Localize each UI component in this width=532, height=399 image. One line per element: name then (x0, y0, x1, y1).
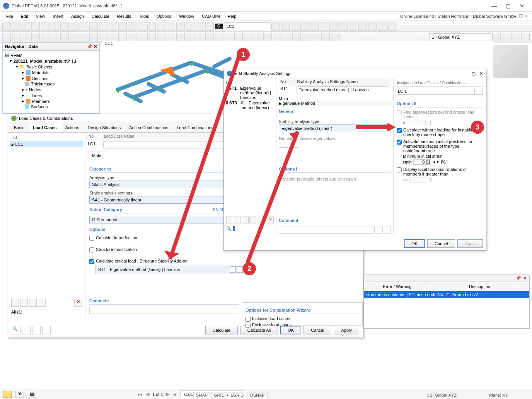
tb-icon[interactable] (244, 33, 252, 41)
tb-icon[interactable] (70, 33, 78, 41)
lgrid-toggle[interactable]: LGRID (228, 392, 246, 398)
eye-icon[interactable]: 👁 (15, 391, 24, 398)
menu-options[interactable]: Options (153, 12, 175, 20)
tb-icon[interactable] (387, 22, 396, 31)
pager-next-icon[interactable]: ▶ (165, 392, 171, 397)
menu-edit[interactable]: Edit (17, 12, 32, 20)
tb-icon[interactable] (312, 33, 320, 41)
tb-new-icon[interactable] (2, 22, 11, 31)
tb-icon[interactable] (89, 33, 98, 41)
window-maximize-icon[interactable]: ▢ (501, 1, 515, 10)
tb-icon[interactable] (138, 33, 146, 41)
sta-tab-eigen[interactable]: Eigenvalue Method (279, 101, 391, 106)
status-icon[interactable] (3, 391, 12, 398)
tree-file[interactable]: 220121_Model_unstable.rf6* | 1 (14, 59, 77, 63)
tb-icon[interactable] (234, 33, 243, 41)
tb-undo-icon[interactable] (51, 22, 59, 31)
tb-icon[interactable] (512, 33, 520, 41)
tb-prev-icon[interactable] (271, 22, 280, 31)
list-delete-button[interactable]: ✕ (74, 299, 82, 307)
tree-item[interactable]: Nodes (29, 87, 41, 92)
tb-icon[interactable] (320, 22, 328, 31)
grid-toggle[interactable]: GRID (211, 392, 227, 398)
chk-calcwithout[interactable]: Calculate without loading for instabilit… (397, 128, 483, 137)
tb-icon[interactable] (176, 33, 185, 41)
comment-select-icon[interactable] (376, 227, 383, 234)
tb-icon[interactable] (118, 22, 127, 31)
tb-icon[interactable] (521, 33, 530, 41)
tb-save-icon[interactable] (22, 22, 30, 31)
tb-icon[interactable] (263, 33, 272, 41)
menu-file[interactable]: File (2, 12, 17, 20)
tb-icon[interactable] (310, 22, 319, 31)
menu-cadbim[interactable]: CAD-BIM (198, 12, 223, 20)
dlg-close-icon[interactable]: ✕ (479, 71, 483, 76)
tb-icon[interactable] (157, 22, 165, 31)
tb-icon[interactable] (205, 33, 214, 41)
filter-dropdown[interactable]: All (1) (11, 310, 22, 314)
menu-insert[interactable]: Insert (49, 12, 67, 20)
coord-system-selector[interactable]: 1 - Global XYZ (429, 33, 491, 41)
sta-assigned-input[interactable] (397, 88, 475, 95)
sta-tab-main[interactable]: Main (279, 96, 391, 101)
child-window-restore-icon[interactable]: ❐ (519, 14, 523, 19)
chk-exclusive[interactable]: Exclusive load cases... (246, 322, 360, 328)
tab-load-cases[interactable]: Load Cases (29, 123, 61, 132)
child-window-close-icon[interactable]: × (525, 14, 527, 19)
tb-icon[interactable] (60, 33, 69, 41)
tb-icon[interactable] (273, 33, 281, 41)
dlg-minimize-icon[interactable]: — (464, 71, 468, 76)
tb-icon[interactable] (128, 22, 136, 31)
tb-icon[interactable] (205, 22, 214, 31)
tb-icon[interactable] (128, 33, 136, 41)
tb-icon[interactable] (31, 33, 40, 41)
subtab-main[interactable]: Main (87, 152, 106, 160)
list-add-button[interactable] (11, 299, 19, 307)
tb-icon[interactable] (70, 22, 78, 31)
tb-icon[interactable] (109, 22, 117, 31)
comment-edit-icon[interactable] (384, 227, 391, 234)
eps-input[interactable] (413, 159, 431, 165)
tb-icon[interactable] (254, 33, 262, 41)
comment-input[interactable] (89, 307, 239, 314)
tab-basic[interactable]: Basic (10, 123, 29, 132)
tab-actions[interactable]: Actions (61, 123, 84, 132)
window-minimize-icon[interactable]: — (487, 1, 501, 10)
tb-icon[interactable] (186, 22, 194, 31)
tb-icon[interactable] (109, 33, 117, 41)
tb-icon[interactable] (283, 33, 291, 41)
tb-icon[interactable] (300, 22, 309, 31)
menu-calculate[interactable]: Calculate (88, 12, 113, 20)
dlg-maximize-icon[interactable]: ▢ (472, 71, 476, 76)
sta-name-input[interactable] (297, 86, 389, 93)
view-cube[interactable] (493, 45, 528, 78)
tb-icon[interactable] (292, 33, 301, 41)
menu-assign[interactable]: Assign (67, 12, 88, 20)
tb-icon[interactable] (147, 22, 156, 31)
chk-inclusive[interactable]: Inclusive load cases... (246, 316, 360, 322)
panel-close-icon[interactable]: ✕ (523, 276, 527, 281)
pager-last-icon[interactable]: ⏭ (172, 392, 179, 397)
tb-icon[interactable] (99, 22, 107, 31)
sta-ok-button[interactable]: OK (404, 239, 425, 248)
sta-cancel-button[interactable]: Cancel (427, 239, 455, 248)
tb-icon[interactable] (99, 33, 107, 41)
tb-icon[interactable] (196, 33, 204, 41)
tb-icon[interactable] (89, 22, 98, 31)
tree-item[interactable]: Sections (32, 76, 48, 81)
calculate-button[interactable]: Calculate (205, 326, 238, 334)
osnap-toggle[interactable]: OSNAP (247, 392, 268, 398)
tb-icon[interactable] (176, 22, 185, 31)
loadcase-selector[interactable]: LC1 (224, 22, 270, 30)
tb-icon[interactable] (339, 22, 348, 31)
tree-item[interactable]: Members (32, 99, 50, 104)
tree-item[interactable]: Thicknesses (31, 82, 55, 86)
tb-icon[interactable] (502, 33, 510, 41)
chk-torsional[interactable]: Display local torsional rotations of mem… (397, 167, 483, 176)
navigator-pin-icon[interactable]: 📌 ✕ (87, 44, 97, 49)
list-btn[interactable] (38, 299, 46, 307)
tb-icon[interactable] (2, 33, 11, 41)
menu-tools[interactable]: Tools (135, 12, 153, 20)
tb-icon[interactable] (51, 33, 59, 41)
sta-apply-button[interactable]: Apply (457, 239, 483, 248)
